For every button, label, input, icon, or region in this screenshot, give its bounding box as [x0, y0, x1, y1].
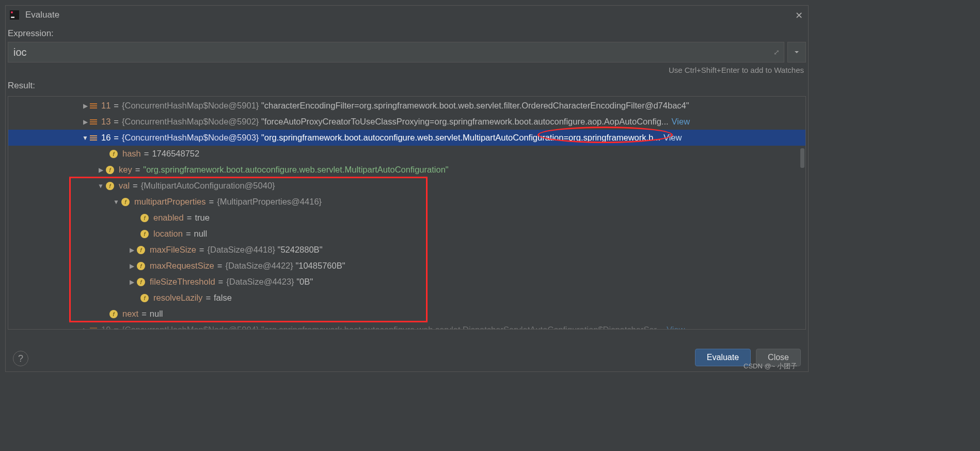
svg-rect-9 [90, 135, 97, 136]
svg-rect-3 [90, 103, 97, 104]
field-icon: f [121, 197, 130, 207]
svg-rect-2 [11, 17, 14, 18]
tree-node-entry-13[interactable]: ▶ 13 = {ConcurrentHashMap$Node@5902} "fo… [8, 114, 805, 130]
field-icon: f [136, 261, 146, 271]
tree-node-max-file-size[interactable]: ▶ f maxFileSize = {DataSize@4418} "52428… [8, 242, 805, 258]
chevron-right-icon[interactable]: ▶ [96, 166, 105, 174]
svg-rect-8 [90, 123, 97, 125]
tree-node-location[interactable]: f location = null [8, 226, 805, 242]
svg-rect-35 [90, 330, 97, 330]
tree-node-entry-19[interactable]: ▶ 19 = {ConcurrentHashMap$Node@5904} "or… [8, 322, 805, 330]
svg-rect-6 [90, 119, 97, 120]
tree-node-enabled[interactable]: f enabled = true [8, 210, 805, 226]
chevron-down-icon[interactable]: ▼ [96, 182, 105, 190]
view-link[interactable]: View [672, 117, 690, 127]
expression-label: Expression: [6, 24, 808, 42]
tree-node-max-request-size[interactable]: ▶ f maxRequestSize = {DataSize@4422} "10… [8, 258, 805, 274]
evaluate-dialog: Evaluate ✕ Expression: ioc ⤢ Use Ctrl+Sh… [5, 5, 809, 372]
chevron-right-icon[interactable]: ▶ [81, 102, 90, 110]
help-button[interactable]: ? [13, 351, 28, 366]
window-title: Evaluate [25, 10, 794, 20]
close-icon[interactable]: ✕ [794, 10, 804, 20]
svg-rect-10 [90, 137, 97, 138]
chevron-right-icon[interactable]: ▶ [81, 326, 90, 330]
svg-rect-7 [90, 121, 97, 122]
field-icon: f [140, 229, 149, 239]
tree-node-resolve-lazily[interactable]: f resolveLazily = false [8, 290, 805, 306]
tree-node-entry-11[interactable]: ▶ 11 = {ConcurrentHashMap$Node@5901} "ch… [8, 98, 805, 114]
chevron-right-icon[interactable]: ▶ [127, 262, 136, 270]
tree-node-hash[interactable]: f hash = 1746548752 [8, 146, 805, 162]
chevron-right-icon[interactable]: ▶ [127, 278, 136, 286]
expand-icon[interactable]: ⤢ [773, 48, 780, 56]
tree-node-multipart-properties[interactable]: ▼ f multipartProperties = {MultipartProp… [8, 194, 805, 210]
svg-rect-1 [11, 11, 12, 13]
field-icon: f [109, 149, 118, 159]
chevron-down-icon[interactable]: ▼ [112, 198, 121, 206]
map-entry-icon [90, 326, 97, 330]
expression-history-dropdown[interactable] [787, 42, 806, 63]
titlebar: Evaluate ✕ [6, 6, 808, 24]
field-icon: f [140, 293, 149, 303]
scrollbar-thumb[interactable] [800, 148, 804, 168]
field-icon: f [105, 165, 115, 175]
tree-node-val[interactable]: ▼ f val = {MultipartAutoConfiguration@50… [8, 178, 805, 194]
field-icon: f [105, 181, 115, 191]
tree-node-file-size-threshold[interactable]: ▶ f fileSizeThreshold = {DataSize@4423} … [8, 274, 805, 290]
field-icon: f [140, 213, 149, 223]
expression-input[interactable]: ioc ⤢ [8, 42, 784, 63]
result-tree[interactable]: ▶ 11 = {ConcurrentHashMap$Node@5901} "ch… [8, 96, 806, 330]
view-link[interactable]: View [663, 133, 682, 143]
map-entry-icon [90, 118, 97, 126]
chevron-right-icon[interactable]: ▶ [81, 118, 90, 126]
svg-rect-5 [90, 107, 97, 108]
intellij-icon [10, 10, 19, 20]
chevron-right-icon[interactable]: ▶ [127, 246, 136, 254]
svg-rect-4 [90, 105, 97, 106]
evaluate-button[interactable]: Evaluate [695, 349, 751, 366]
field-icon: f [109, 309, 118, 319]
chevron-down-icon[interactable]: ▼ [81, 134, 90, 142]
expression-text: ioc [13, 46, 27, 58]
view-link[interactable]: View [667, 325, 685, 330]
field-icon: f [136, 245, 146, 255]
map-entry-icon [90, 102, 97, 110]
tree-node-key[interactable]: ▶ f key = "org.springframework.boot.auto… [8, 162, 805, 178]
svg-rect-34 [90, 328, 97, 329]
chevron-down-icon [794, 50, 799, 55]
field-icon: f [136, 277, 146, 287]
map-entry-icon [90, 134, 97, 142]
svg-rect-11 [90, 139, 97, 141]
tree-node-entry-16[interactable]: ▼ 16 = {ConcurrentHashMap$Node@5903} "or… [8, 130, 805, 146]
result-label: Result: [6, 76, 808, 94]
tree-node-next[interactable]: f next = null [8, 306, 805, 322]
hint-text: Use Ctrl+Shift+Enter to add to Watches [6, 63, 808, 76]
watermark-text: CSDN @~ 小团子 [744, 362, 977, 450]
